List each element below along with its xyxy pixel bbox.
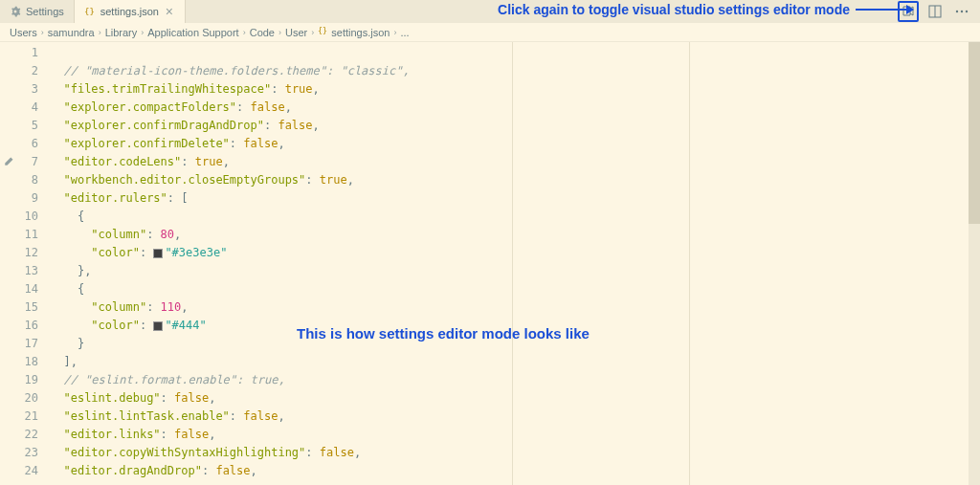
glyph-margin (0, 42, 15, 485)
split-editor-icon[interactable] (924, 1, 946, 22)
code-content[interactable]: // "material-icon-theme.folders.theme": … (46, 42, 980, 485)
line-number: 22 (15, 426, 38, 444)
line-number: 7 (15, 153, 38, 171)
code-line[interactable]: // "eslint.format.enable": true, (46, 371, 980, 389)
svg-text:{}: {} (318, 26, 327, 35)
breadcrumb[interactable]: Users›samundra›Library›Application Suppo… (0, 23, 980, 42)
line-number-gutter: 123456789101112131415161718192021222324 (15, 42, 46, 485)
chevron-right-icon: › (41, 28, 44, 37)
code-line[interactable]: "workbench.editor.closeEmptyGroups": tru… (46, 171, 980, 189)
code-line[interactable]: "color": "#3e3e3e" (46, 244, 980, 262)
tab-actions (898, 0, 980, 23)
close-icon[interactable]: × (164, 6, 175, 17)
code-line[interactable]: "color": "#444" (46, 317, 980, 335)
line-number: 15 (15, 298, 38, 317)
code-line[interactable]: "eslint.debug": false, (46, 389, 980, 408)
color-swatch-icon[interactable] (153, 321, 163, 331)
line-number: 11 (15, 226, 38, 244)
tab-label: settings.json (100, 6, 159, 17)
code-line[interactable]: "editor.codeLens": true, (46, 153, 980, 171)
code-line[interactable]: { (46, 208, 980, 226)
line-number: 16 (15, 317, 38, 335)
breadcrumb-segment[interactable]: Application Support (147, 27, 238, 38)
code-line[interactable]: "editor.dragAndDrop": false, (46, 462, 980, 480)
line-number: 18 (15, 353, 38, 371)
svg-point-3 (956, 11, 958, 12)
pencil-icon[interactable] (3, 156, 14, 167)
line-number: 6 (15, 135, 38, 153)
svg-point-4 (961, 11, 963, 12)
line-number: 3 (15, 80, 38, 99)
code-line[interactable]: } (46, 335, 980, 353)
breadcrumb-segment[interactable]: Code (250, 27, 275, 38)
line-number: 14 (15, 280, 38, 298)
line-number: 21 (15, 408, 38, 426)
tab-bar: Settings {} settings.json × (0, 0, 980, 23)
gear-icon (10, 6, 21, 17)
line-number: 20 (15, 389, 38, 408)
breadcrumb-segment[interactable]: User (285, 27, 307, 38)
line-number: 8 (15, 171, 38, 189)
code-line[interactable]: }, (46, 262, 980, 280)
chevron-right-icon: › (278, 28, 281, 37)
more-actions-icon[interactable] (951, 1, 972, 22)
breadcrumb-segment[interactable]: samundra (48, 27, 95, 38)
tab-label: Settings (26, 6, 64, 17)
vertical-scrollbar[interactable] (969, 42, 980, 485)
line-number: 17 (15, 335, 38, 353)
breadcrumb-segment[interactable]: {} settings.json (318, 26, 390, 38)
line-number: 5 (15, 117, 38, 135)
code-line[interactable]: "editor.copyWithSyntaxHighlighting": fal… (46, 444, 980, 462)
code-line[interactable]: "editor.links": false, (46, 426, 980, 444)
editor-ruler (512, 42, 513, 485)
code-line[interactable]: "explorer.confirmDragAndDrop": false, (46, 117, 980, 135)
code-line[interactable]: "files.trimTrailingWhitespace": true, (46, 80, 980, 99)
code-line[interactable]: "editor.rulers": [ (46, 189, 980, 208)
breadcrumb-segment[interactable]: Library (105, 27, 138, 38)
code-line[interactable]: "explorer.confirmDelete": false, (46, 135, 980, 153)
line-number: 13 (15, 262, 38, 280)
breadcrumb-segment[interactable]: ... (400, 27, 409, 38)
line-number: 10 (15, 208, 38, 226)
code-line[interactable]: ], (46, 353, 980, 371)
breadcrumb-segment[interactable]: Users (10, 27, 37, 38)
chevron-right-icon: › (99, 28, 101, 37)
chevron-right-icon: › (141, 28, 144, 37)
line-number: 23 (15, 444, 38, 462)
line-number: 4 (15, 99, 38, 117)
line-number: 9 (15, 189, 38, 208)
chevron-right-icon: › (311, 28, 314, 37)
scrollbar-thumb[interactable] (969, 42, 980, 224)
chevron-right-icon: › (243, 28, 246, 37)
chevron-right-icon: › (393, 28, 396, 37)
svg-point-5 (966, 11, 968, 12)
color-swatch-icon[interactable] (153, 249, 163, 258)
code-line[interactable] (46, 44, 980, 62)
line-number: 1 (15, 44, 38, 62)
json-braces-icon: {} (84, 6, 96, 17)
open-settings-ui-icon[interactable] (898, 1, 919, 22)
code-line[interactable]: // "material-icon-theme.folders.theme": … (46, 62, 980, 80)
line-number: 2 (15, 62, 38, 80)
tab-settings-json[interactable]: {} settings.json × (75, 0, 186, 23)
code-line[interactable]: "column": 80, (46, 226, 980, 244)
line-number: 12 (15, 244, 38, 262)
tab-settings[interactable]: Settings (0, 0, 75, 23)
line-number: 24 (15, 462, 38, 480)
svg-text:{}: {} (84, 7, 95, 16)
editor-area: 123456789101112131415161718192021222324 … (0, 42, 980, 485)
editor-ruler (689, 42, 690, 485)
code-line[interactable]: "eslint.lintTask.enable": false, (46, 408, 980, 426)
code-line[interactable]: "column": 110, (46, 298, 980, 317)
line-number: 19 (15, 371, 38, 389)
code-line[interactable]: { (46, 280, 980, 298)
code-line[interactable]: "explorer.compactFolders": false, (46, 99, 980, 117)
